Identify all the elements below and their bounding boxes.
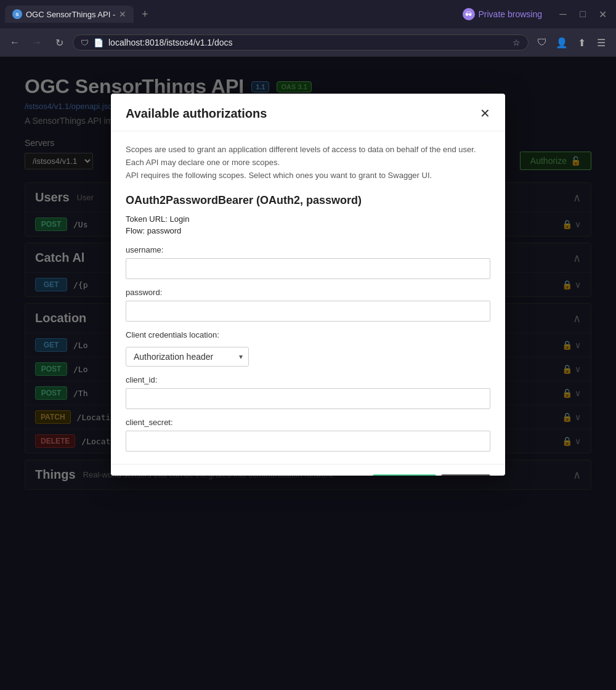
oauth-title: OAuth2PasswordBearer (OAuth2, password) [126,194,490,207]
close-window-button[interactable]: ✕ [594,6,611,23]
modal-close-button[interactable]: ✕ [480,106,490,121]
flow-label: Flow: [126,226,147,235]
client-id-label: client_id: [126,375,490,384]
tab-bar: S OGC SensorThings API - ✕ + 🕶 Private b… [0,0,616,28]
url-text: localhost:8018/istsos4/v1.1/docs [108,38,508,47]
token-url-info: Token URL: Login [126,214,490,224]
username-label: username: [126,245,490,254]
client-creds-select-wrapper: Authorization header ▾ [126,347,249,367]
private-browsing-label: Private browsing [479,9,543,19]
flow-info: Flow: password [126,226,490,235]
modal-info-text2: API requires the following scopes. Selec… [126,171,432,180]
tab-favicon: S [12,9,22,19]
security-icon: 🛡 [81,38,89,47]
client-secret-label: client_secret: [126,418,490,427]
back-button[interactable]: ← [6,34,23,51]
modal-overlay: Available authorizations ✕ Scopes are us… [0,57,616,690]
client-creds-select[interactable]: Authorization header [126,347,249,367]
token-url-value: Login [170,214,190,224]
reload-button[interactable]: ↻ [51,34,68,51]
menu-button[interactable]: ☰ [593,34,610,51]
page-content: OGC SensorThings API 1.1 OAS 3.1 /istsos… [0,57,616,690]
nav-bar: ← → ↻ 🛡 📄 localhost:8018/istsos4/v1.1/do… [0,28,616,57]
modal-title: Available authorizations [126,107,267,121]
browser-chrome: S OGC SensorThings API - ✕ + 🕶 Private b… [0,0,616,57]
share-button[interactable]: ⬆ [573,34,590,51]
modal-info-text: Scopes are used to grant an application … [126,145,476,167]
modal-header: Available authorizations ✕ [111,94,505,131]
modal-info: Scopes are used to grant an application … [126,144,490,182]
maximize-button[interactable]: □ [574,6,591,23]
token-url-label: Token URL: [126,214,170,224]
bookmark-icon[interactable]: ☆ [513,38,521,47]
address-bar[interactable]: 🛡 📄 localhost:8018/istsos4/v1.1/docs ☆ [73,34,529,51]
tab-close-btn[interactable]: ✕ [119,9,126,19]
password-label: password: [126,288,490,297]
window-controls: ─ □ ✕ [554,6,611,23]
page-icon: 📄 [94,38,103,47]
tab-title: OGC SensorThings API - [26,10,115,19]
minimize-button[interactable]: ─ [554,6,572,23]
modal-footer: Authorize Close [111,464,505,476]
nav-actions: 🛡 👤 ⬆ ☰ [533,34,610,51]
client-creds-label: Client credentials location: [126,330,490,339]
profile-button[interactable]: 👤 [553,34,570,51]
private-browsing-badge: 🕶 Private browsing [463,8,543,20]
active-tab[interactable]: S OGC SensorThings API - ✕ [5,6,134,23]
forward-button[interactable]: → [28,34,46,51]
flow-value: password [147,226,182,235]
modal-body: Scopes are used to grant an application … [111,131,505,464]
private-icon: 🕶 [463,8,475,20]
username-input[interactable] [126,258,490,279]
extensions-button[interactable]: 🛡 [533,34,551,51]
authorization-modal: Available authorizations ✕ Scopes are us… [111,94,505,476]
modal-close-btn[interactable]: Close [441,474,490,476]
new-tab-button[interactable]: + [136,6,153,23]
modal-authorize-button[interactable]: Authorize [373,474,436,476]
client-id-input[interactable] [126,388,490,409]
client-secret-input[interactable] [126,431,490,452]
password-input[interactable] [126,301,490,322]
